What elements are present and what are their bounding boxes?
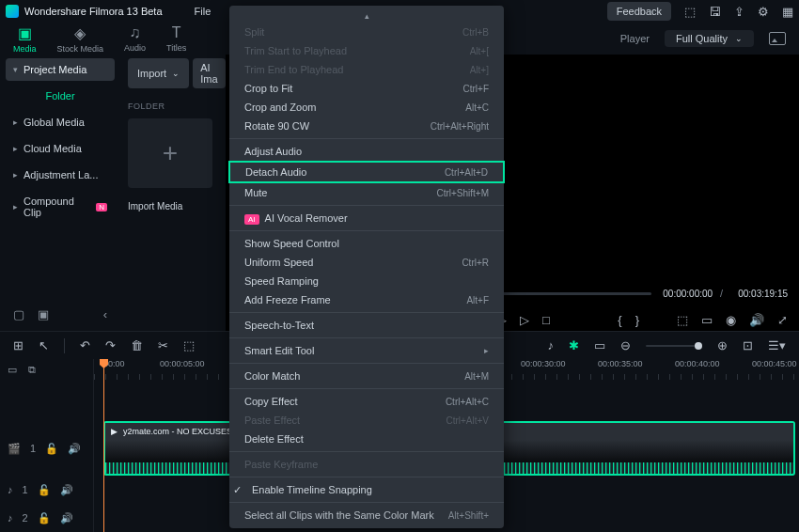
stock-media-icon: ◈ bbox=[74, 24, 86, 42]
import-dropdown[interactable]: Import ⌄ bbox=[128, 58, 189, 88]
next-frame-icon[interactable]: ▷ bbox=[520, 313, 529, 327]
new-folder-icon[interactable]: ▢ bbox=[13, 307, 24, 321]
ctx-trim-start[interactable]: Trim Start to PlayheadAlt+[ bbox=[229, 41, 504, 60]
ctx-speed-control[interactable]: Show Speed Control bbox=[229, 234, 504, 253]
monitor-icon[interactable]: ⬚ bbox=[684, 5, 696, 19]
cut-icon[interactable]: ✂ bbox=[158, 338, 168, 352]
record-icon[interactable]: ⬚ bbox=[677, 313, 688, 327]
ctx-ai-vocal-remover[interactable]: AIAI Vocal Remover bbox=[229, 209, 504, 227]
cloud-upload-icon[interactable]: ⇪ bbox=[734, 5, 744, 19]
sidebar-folder[interactable]: Folder bbox=[6, 85, 115, 107]
time-current: 00:00:00:00 bbox=[663, 289, 713, 299]
zoom-out-icon[interactable]: ⊖ bbox=[620, 338, 631, 352]
ctx-color-match[interactable]: Color MatchAlt+M bbox=[229, 367, 504, 385]
tab-audio[interactable]: ♫ Audio bbox=[124, 24, 146, 54]
ctx-uniform-speed[interactable]: Uniform SpeedCtrl+R bbox=[229, 253, 504, 272]
stop-icon[interactable]: □ bbox=[542, 313, 550, 327]
media-sidebar: ▾ Project Media Folder ▸ Global Media ▸ … bbox=[0, 55, 120, 331]
ctx-crop-fit[interactable]: Crop to FitCtrl+F bbox=[229, 79, 504, 98]
mute-video-icon[interactable]: 🔊 bbox=[68, 443, 81, 455]
lock-icon[interactable]: 🔓 bbox=[38, 512, 51, 524]
video-track-header[interactable]: 🎬 1 🔓 🔊 bbox=[0, 421, 93, 476]
zoom-fit-icon[interactable]: ⊡ bbox=[743, 338, 753, 352]
ctx-copy-effect[interactable]: Copy EffectCtrl+Alt+C bbox=[229, 392, 504, 411]
chevron-down-icon: ▾ bbox=[13, 65, 18, 74]
import-media-tile[interactable]: + bbox=[128, 118, 212, 188]
ctx-timeline-snapping[interactable]: ✓Enable Timeline Snapping bbox=[229, 480, 504, 499]
zoom-in-icon[interactable]: ⊕ bbox=[717, 338, 728, 352]
chevron-right-icon: ▸ bbox=[13, 144, 18, 153]
ai-image-button[interactable]: AI Ima bbox=[193, 58, 225, 88]
sidebar-compound-clip[interactable]: ▸ Compound Clip N bbox=[6, 190, 115, 224]
mute-audio-icon[interactable]: 🔊 bbox=[60, 484, 73, 496]
tab-stock-media[interactable]: ◈ Stock Media bbox=[57, 24, 104, 54]
ctx-adjust-audio[interactable]: Adjust Audio bbox=[229, 142, 504, 161]
mute-audio-icon[interactable]: 🔊 bbox=[60, 512, 73, 524]
collapse-sidebar-icon[interactable]: ‹ bbox=[103, 307, 107, 321]
sidebar-project-media[interactable]: ▾ Project Media bbox=[6, 58, 115, 81]
settings-icon[interactable]: ⚙ bbox=[758, 5, 769, 19]
grid-icon[interactable]: ▦ bbox=[782, 5, 793, 19]
ctx-select-same-color[interactable]: Select all Clips with the Same Color Mar… bbox=[229, 506, 504, 524]
video-track-icon: 🎬 bbox=[8, 443, 21, 455]
ctx-freeze-frame[interactable]: Add Freeze FrameAlt+F bbox=[229, 290, 504, 309]
ai-badge: AI bbox=[244, 214, 259, 225]
ctx-rotate[interactable]: Rotate 90 CWCtrl+Alt+Right bbox=[229, 117, 504, 135]
ctx-paste-keyframe[interactable]: Paste Keyframe bbox=[229, 455, 504, 474]
ctx-speed-ramping[interactable]: Speed Ramping bbox=[229, 272, 504, 290]
playhead[interactable] bbox=[103, 359, 104, 532]
compare-icon[interactable]: ▭ bbox=[701, 313, 713, 327]
ctx-smart-edit[interactable]: Smart Edit Tool▸ bbox=[229, 341, 504, 360]
tab-titles[interactable]: T Titles bbox=[166, 24, 186, 54]
ctx-detach-audio[interactable]: Detach AudioCtrl+Alt+D bbox=[228, 161, 505, 183]
ctx-split[interactable]: SplitCtrl+B bbox=[229, 23, 504, 41]
pointer-icon[interactable]: ↖ bbox=[39, 338, 49, 352]
view-mode-icon[interactable]: ☰▾ bbox=[768, 338, 786, 352]
link-icon[interactable]: ⧉ bbox=[28, 364, 36, 376]
quality-dropdown[interactable]: Full Quality ⌄ bbox=[665, 30, 754, 47]
crop-icon[interactable]: ⬚ bbox=[183, 338, 195, 352]
track-options-icon[interactable]: ▭ bbox=[8, 364, 17, 376]
audio-track-1-header[interactable]: ♪ 1 🔓 🔊 bbox=[0, 476, 93, 504]
ctx-crop-zoom[interactable]: Crop and ZoomAlt+C bbox=[229, 98, 504, 117]
snapshot-icon[interactable] bbox=[769, 32, 786, 45]
sidebar-global-media[interactable]: ▸ Global Media bbox=[6, 111, 115, 133]
audio-mixer-icon[interactable]: ♪ bbox=[548, 338, 555, 352]
volume-icon[interactable]: 🔊 bbox=[749, 313, 764, 327]
chevron-right-icon: ▸ bbox=[13, 117, 18, 127]
snapshot-icon[interactable]: ◉ bbox=[726, 313, 736, 327]
ctx-trim-end[interactable]: Trim End to PlayheadAlt+] bbox=[229, 60, 504, 79]
audio-track-2-header[interactable]: ♪ 2 🔓 🔊 bbox=[0, 504, 93, 532]
audio-track-icon: ♪ bbox=[8, 484, 13, 495]
sidebar-cloud-media[interactable]: ▸ Cloud Media bbox=[6, 137, 115, 160]
clip-play-icon: ▶ bbox=[111, 427, 118, 436]
marker-icon[interactable]: ▭ bbox=[594, 338, 605, 352]
lock-icon[interactable]: 🔓 bbox=[38, 484, 51, 496]
check-icon: ✓ bbox=[233, 484, 242, 496]
menu-drag-handle[interactable]: ▴ bbox=[229, 9, 504, 23]
mark-out-icon[interactable]: } bbox=[635, 313, 639, 327]
tab-media[interactable]: ▣ Media bbox=[13, 24, 37, 54]
undo-icon[interactable]: ↶ bbox=[80, 338, 90, 352]
ctx-delete-effect[interactable]: Delete Effect bbox=[229, 430, 504, 448]
redo-icon[interactable]: ↷ bbox=[105, 338, 116, 352]
zoom-slider[interactable] bbox=[646, 345, 702, 347]
menu-file[interactable]: File bbox=[185, 6, 221, 17]
audio-sync-icon[interactable]: ✱ bbox=[569, 338, 579, 352]
ctx-paste-effect[interactable]: Paste EffectCtrl+Alt+V bbox=[229, 411, 504, 430]
add-folder-icon[interactable]: ▣ bbox=[38, 307, 49, 321]
sidebar-adjustment-layer[interactable]: ▸ Adjustment La... bbox=[6, 164, 115, 186]
zoom-slider-handle[interactable] bbox=[695, 342, 702, 350]
auto-reframe-icon[interactable]: ⊞ bbox=[13, 338, 24, 352]
chevron-right-icon: ▸ bbox=[13, 202, 18, 211]
chevron-down-icon: ⌄ bbox=[735, 34, 743, 43]
ctx-mute[interactable]: MuteCtrl+Shift+M bbox=[229, 183, 504, 202]
feedback-button[interactable]: Feedback bbox=[607, 2, 671, 21]
mark-in-icon[interactable]: { bbox=[618, 313, 621, 327]
lock-icon[interactable]: 🔓 bbox=[45, 443, 58, 455]
save-icon[interactable]: 🖫 bbox=[709, 5, 721, 19]
fullscreen-icon[interactable]: ⤢ bbox=[777, 313, 788, 327]
delete-icon[interactable]: 🗑 bbox=[131, 338, 143, 352]
app-title: Wondershare Filmora 13 Beta bbox=[24, 6, 163, 17]
ctx-speech-to-text[interactable]: Speech-to-Text bbox=[229, 316, 504, 335]
